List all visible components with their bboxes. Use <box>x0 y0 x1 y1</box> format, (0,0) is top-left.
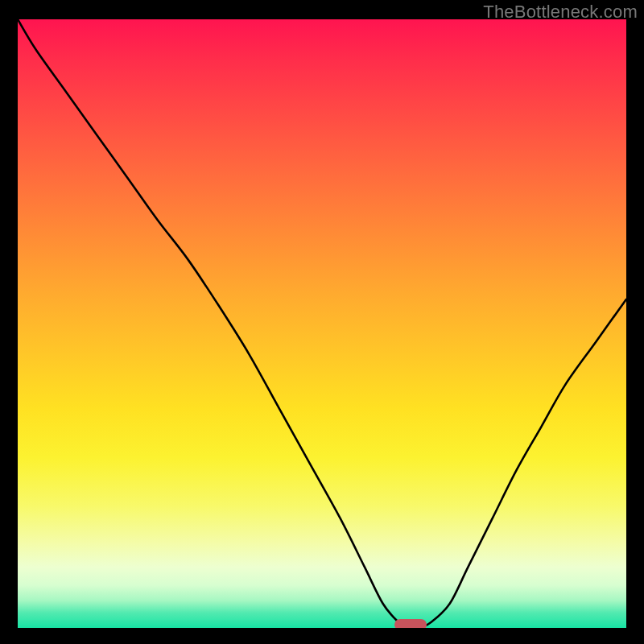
bottleneck-curve <box>18 19 626 628</box>
plot-area <box>18 19 626 628</box>
optimal-marker <box>394 619 427 628</box>
watermark-text: TheBottleneck.com <box>483 2 638 23</box>
chart-frame: TheBottleneck.com <box>0 0 644 644</box>
